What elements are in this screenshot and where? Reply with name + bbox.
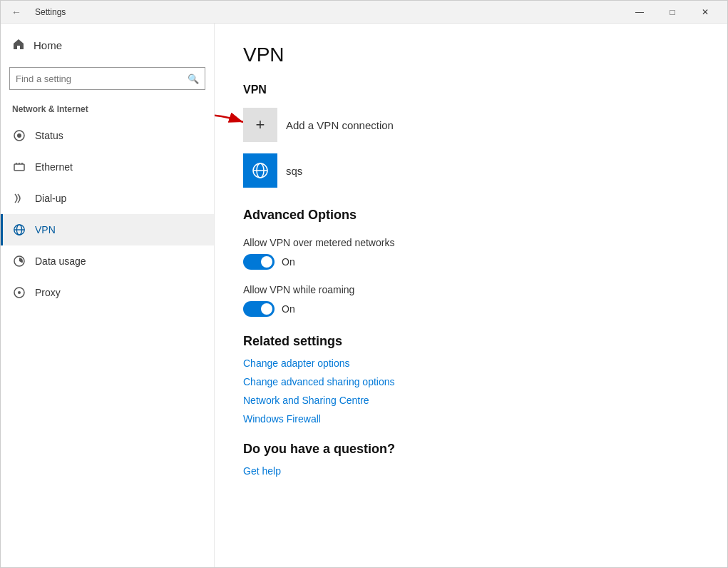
ethernet-label: Ethernet — [35, 161, 73, 173]
proxy-icon — [12, 285, 26, 300]
toggle-metered-label: Allow VPN over metered networks — [243, 237, 699, 248]
sidebar: Home 🔍 Network & Internet Status — [1, 24, 215, 567]
status-icon — [12, 128, 26, 143]
maximize-button[interactable]: □ — [656, 1, 689, 24]
main-content: VPN VPN + Add a VPN con — [215, 24, 727, 567]
add-vpn-button[interactable]: + Add a VPN connection — [243, 108, 699, 142]
related-settings-section: Related settings Change adapter options … — [243, 334, 699, 425]
section-label: Network & Internet — [1, 101, 214, 120]
change-adapter-options-link[interactable]: Change adapter options — [243, 357, 699, 369]
titlebar: ← Settings — □ ✕ — [1, 1, 727, 24]
search-input[interactable] — [16, 73, 188, 84]
dialup-icon — [12, 191, 26, 206]
datausage-icon — [12, 254, 26, 268]
home-icon — [12, 38, 25, 53]
change-advanced-sharing-link[interactable]: Change advanced sharing options — [243, 376, 699, 387]
windows-firewall-link[interactable]: Windows Firewall — [243, 413, 699, 425]
vpn-label: VPN — [35, 224, 56, 235]
window-title: Settings — [32, 7, 66, 17]
toggle-metered-knob — [261, 256, 272, 268]
advanced-options-title: Advanced Options — [243, 208, 699, 223]
add-vpn-label: Add a VPN connection — [286, 119, 394, 131]
plus-icon: + — [256, 116, 265, 134]
network-sharing-centre-link[interactable]: Network and Sharing Centre — [243, 395, 699, 406]
datausage-label: Data usage — [35, 255, 86, 267]
sidebar-item-status[interactable]: Status — [1, 120, 214, 151]
sidebar-item-vpn[interactable]: VPN — [1, 214, 214, 245]
vpn-area: + Add a VPN connection — [243, 108, 699, 142]
toggle-metered-state: On — [282, 256, 295, 268]
advanced-options-section: Advanced Options Allow VPN over metered … — [243, 208, 699, 317]
sqs-label: sqs — [286, 165, 302, 177]
question-title: Do you have a question? — [243, 442, 699, 457]
vpn-icon — [12, 223, 26, 237]
sqs-icon — [243, 153, 277, 188]
search-box[interactable]: 🔍 — [9, 67, 205, 90]
sidebar-home[interactable]: Home — [1, 29, 214, 61]
close-button[interactable]: ✕ — [689, 1, 722, 24]
svg-point-1 — [17, 133, 21, 138]
back-button[interactable]: ← — [6, 2, 26, 22]
svg-rect-2 — [14, 164, 24, 171]
svg-point-11 — [18, 291, 21, 294]
vpn-sqs-item[interactable]: sqs — [243, 153, 699, 188]
toggle-metered[interactable] — [243, 254, 275, 270]
get-help-link[interactable]: Get help — [243, 465, 699, 477]
sidebar-item-ethernet[interactable]: Ethernet — [1, 151, 214, 183]
minimize-button[interactable]: — — [623, 1, 656, 24]
sidebar-item-datausage[interactable]: Data usage — [1, 245, 214, 277]
toggle-roaming-knob — [261, 303, 272, 315]
ethernet-icon — [12, 160, 26, 174]
dialup-label: Dial-up — [35, 193, 66, 204]
related-settings-title: Related settings — [243, 334, 699, 349]
status-label: Status — [35, 130, 63, 141]
add-vpn-plus-box[interactable]: + — [243, 108, 277, 142]
toggle-metered-row: Allow VPN over metered networks On — [243, 237, 699, 270]
page-title: VPN — [243, 44, 699, 66]
home-label: Home — [34, 39, 62, 51]
toggle-roaming-row: Allow VPN while roaming On — [243, 284, 699, 317]
sidebar-item-proxy[interactable]: Proxy — [1, 277, 214, 308]
question-section: Do you have a question? Get help — [243, 442, 699, 477]
toggle-roaming-label: Allow VPN while roaming — [243, 284, 699, 295]
toggle-roaming-state: On — [282, 303, 295, 315]
search-icon: 🔍 — [188, 73, 199, 84]
sidebar-item-dialup[interactable]: Dial-up — [1, 183, 214, 214]
vpn-section-title: VPN — [243, 83, 699, 96]
settings-window: ← Settings — □ ✕ Home 🔍 Netwo — [0, 0, 728, 568]
proxy-label: Proxy — [35, 287, 61, 298]
toggle-roaming[interactable] — [243, 301, 275, 317]
